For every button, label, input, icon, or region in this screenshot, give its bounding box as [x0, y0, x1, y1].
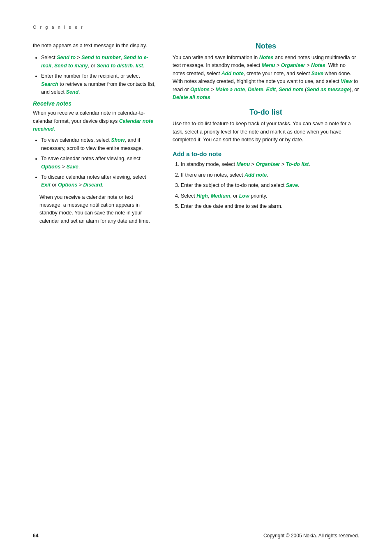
- page-number: 64: [33, 533, 38, 539]
- copyright-text: Copyright © 2005 Nokia. All rights reser…: [263, 533, 359, 539]
- receive-notes-heading: Receive notes: [33, 100, 156, 107]
- todo-section: To-do list Use the to-do list feature to…: [173, 108, 359, 144]
- bullet-text: To view calendar notes, select Show, and…: [41, 137, 143, 151]
- add-todo-heading: Add a to-do note: [173, 150, 359, 157]
- delete-all-notes-link: Delete all notes: [173, 94, 210, 100]
- save-link: Save: [66, 164, 78, 170]
- send-as-message-link: Send as message: [307, 87, 350, 92]
- list-item: To discard calendar notes after viewing,…: [41, 173, 156, 189]
- menu-link2: Menu: [237, 161, 250, 167]
- step-text: Enter the subject of the to-do note, and…: [181, 182, 299, 188]
- search-link: Search: [41, 81, 58, 87]
- receive-notes-section: Receive notes When you receive a calenda…: [33, 100, 156, 225]
- list-item: Select High, Medium, or Low priority.: [181, 192, 359, 200]
- receive-notes-intro: When you receive a calendar note in cale…: [33, 109, 156, 133]
- indent-note-text: When you receive a calendar note or text…: [39, 193, 156, 226]
- organiser-link2: Organiser: [256, 161, 280, 167]
- add-note-link: Add note: [221, 71, 244, 76]
- send-link: Send: [66, 89, 78, 95]
- save-link2: Save: [311, 71, 323, 76]
- menu-link: Menu: [262, 62, 275, 68]
- step-text: In standby mode, select Menu > Organiser…: [181, 161, 310, 167]
- todo-list-link: To-do list: [286, 161, 309, 167]
- send-to-many-link: Send to many: [54, 63, 88, 69]
- delete-link: Delete: [248, 87, 263, 92]
- page-container: O r g a n i s e r the note appears as a …: [0, 0, 392, 555]
- notes-link: Notes: [259, 55, 274, 60]
- low-link: Low: [239, 193, 249, 199]
- send-to-distrib-link: Send to distrib. list: [97, 63, 143, 69]
- send-note-link: Send note: [279, 87, 303, 92]
- bullet-text: Enter the number for the recipient, or s…: [41, 73, 156, 95]
- options-link3: Options: [190, 87, 210, 92]
- send-to-number-link: Send to number: [81, 55, 120, 60]
- high-link: High: [196, 193, 208, 199]
- list-item: In standby mode, select Menu > Organiser…: [181, 161, 359, 168]
- todo-heading: To-do list: [173, 108, 359, 117]
- edit-link: Edit: [266, 87, 276, 92]
- notes-heading: Notes: [173, 42, 359, 51]
- medium-link: Medium: [211, 193, 230, 199]
- notes-body: You can write and save information in No…: [173, 54, 359, 101]
- left-intro-text: the note appears as a text message in th…: [33, 42, 156, 50]
- list-item: To save calendar notes after viewing, se…: [41, 155, 156, 171]
- add-todo-steps: In standby mode, select Menu > Organiser…: [173, 161, 359, 210]
- options-link2: Options: [58, 182, 77, 188]
- two-column-layout: the note appears as a text message in th…: [33, 42, 359, 232]
- indent-note: When you receive a calendar note or text…: [33, 193, 156, 226]
- left-column: the note appears as a text message in th…: [33, 42, 156, 232]
- list-item: To view calendar notes, select Show, and…: [41, 136, 156, 152]
- send-to-link: Send to: [57, 55, 76, 60]
- organiser-link: Organiser: [281, 62, 305, 68]
- add-note-link2: Add note: [244, 172, 267, 178]
- left-bullet-list: Select Send to > Send to number, Send to…: [33, 54, 156, 96]
- notes-section: Notes You can write and save information…: [173, 42, 359, 101]
- step-text: If there are no notes, select Add note.: [181, 172, 268, 178]
- section-label: O r g a n i s e r: [33, 25, 359, 30]
- step-text: Enter the due date and time to set the a…: [181, 203, 282, 209]
- list-item: Enter the number for the recipient, or s…: [41, 72, 156, 96]
- show-link: Show: [111, 137, 125, 143]
- list-item: If there are no notes, select Add note.: [181, 171, 359, 179]
- add-todo-section: Add a to-do note In standby mode, select…: [173, 150, 359, 210]
- list-item: Enter the subject of the to-do note, and…: [181, 182, 359, 189]
- receive-bullets: To view calendar notes, select Show, and…: [33, 136, 156, 189]
- notes-link2: Notes: [311, 62, 325, 68]
- bullet-text: Select Send to > Send to number, Send to…: [41, 55, 148, 68]
- discard-link: Discard: [83, 182, 102, 188]
- bullet-text: To save calendar notes after viewing, se…: [41, 156, 141, 169]
- options-link: Options: [41, 164, 60, 170]
- right-column: Notes You can write and save information…: [173, 42, 359, 217]
- exit-link: Exit: [41, 182, 51, 188]
- make-note-link: Make a note: [216, 87, 245, 92]
- save-link3: Save: [286, 182, 298, 188]
- calendar-note-link: Calendar note received.: [33, 118, 153, 132]
- list-item: Enter the due date and time to set the a…: [181, 203, 359, 210]
- todo-body: Use the to-do list feature to keep track…: [173, 120, 359, 144]
- step-text: Select High, Medium, or Low priority.: [181, 193, 267, 199]
- bullet-text: To discard calendar notes after viewing,…: [41, 174, 146, 188]
- list-item: Select Send to > Send to number, Send to…: [41, 54, 156, 70]
- view-link: View: [341, 78, 352, 84]
- page-footer: 64 Copyright © 2005 Nokia. All rights re…: [33, 533, 359, 539]
